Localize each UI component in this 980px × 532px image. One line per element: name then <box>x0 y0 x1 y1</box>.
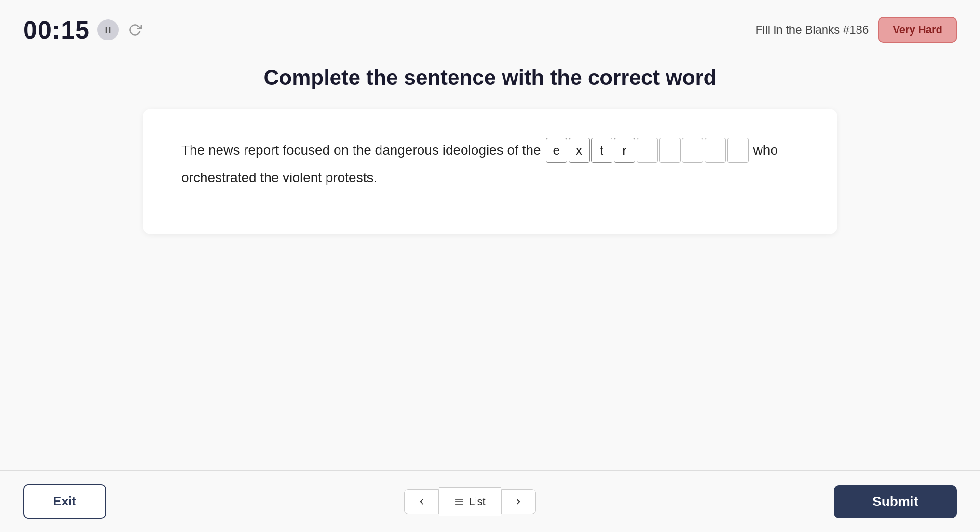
letter-box-6[interactable] <box>659 138 681 163</box>
submit-button[interactable]: Submit <box>834 485 957 518</box>
sentence-after: who <box>753 138 778 162</box>
main-content: The news report focused on the dangerous… <box>0 109 980 234</box>
exit-button[interactable]: Exit <box>23 484 106 519</box>
pause-button[interactable] <box>97 19 119 40</box>
list-button[interactable]: List <box>439 487 501 516</box>
svg-rect-0 <box>106 27 107 33</box>
letter-box-8[interactable] <box>705 138 726 163</box>
sentence-card: The news report focused on the dangerous… <box>143 109 837 234</box>
list-label: List <box>469 495 485 508</box>
letter-box-1[interactable]: e <box>546 138 567 163</box>
difficulty-badge: Very Hard <box>878 17 957 43</box>
svg-rect-1 <box>109 27 110 33</box>
letter-box-7[interactable] <box>682 138 703 163</box>
exercise-label: Fill in the Blanks #186 <box>755 23 869 37</box>
top-bar: 00:15 Fill in the Blanks #186 Very Hard <box>0 0 980 56</box>
timer-display: 00:15 <box>23 15 90 44</box>
letter-box-2[interactable]: x <box>569 138 590 163</box>
letter-boxes-group: e x t r <box>546 138 749 163</box>
sentence-after-2: orchestrated the violent protests. <box>181 166 377 190</box>
next-button[interactable] <box>501 489 536 514</box>
sentence-before: The news report focused on the dangerous… <box>181 138 541 162</box>
timer-section: 00:15 <box>23 15 144 44</box>
right-section: Fill in the Blanks #186 Very Hard <box>755 17 957 43</box>
letter-box-5[interactable] <box>637 138 658 163</box>
letter-box-4[interactable]: r <box>614 138 635 163</box>
bottom-bar: Exit List Submit <box>0 470 980 532</box>
page-title: Complete the sentence with the correct w… <box>0 66 980 90</box>
refresh-button[interactable] <box>126 21 144 39</box>
letter-box-9[interactable] <box>727 138 749 163</box>
prev-button[interactable] <box>404 489 439 514</box>
sentence-wrapper: The news report focused on the dangerous… <box>181 138 799 190</box>
letter-box-3[interactable]: t <box>591 138 612 163</box>
nav-section: List <box>404 487 535 516</box>
